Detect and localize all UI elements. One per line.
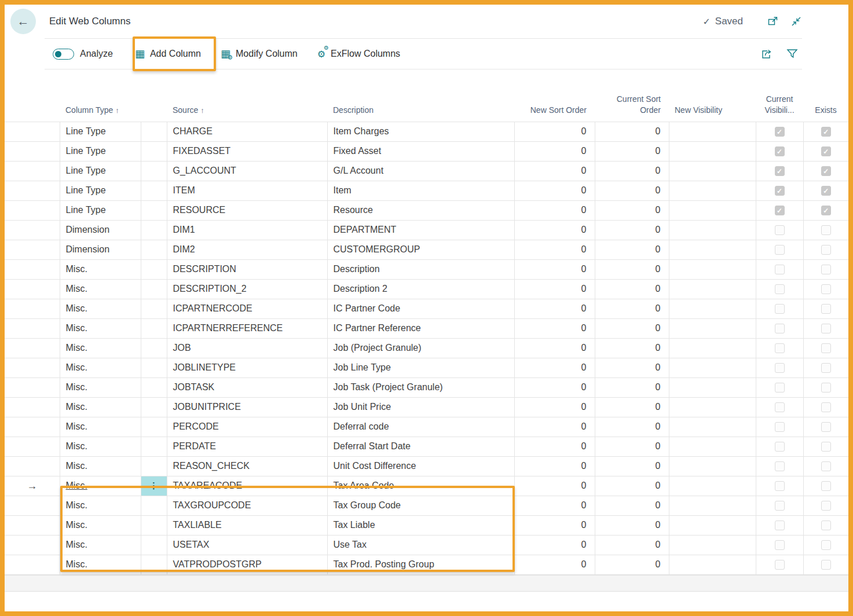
- collapse-icon[interactable]: [790, 16, 802, 27]
- current-visibility-checkbox[interactable]: [775, 422, 785, 432]
- exists-checkbox[interactable]: [821, 481, 831, 491]
- current-visibility-checkbox[interactable]: [775, 481, 785, 491]
- description-cell[interactable]: Deferral Start Date: [327, 437, 514, 456]
- new-sort-order-cell[interactable]: 0: [514, 318, 595, 338]
- source-cell[interactable]: DIM1: [167, 220, 327, 240]
- row-menu-cell[interactable]: ⋮: [141, 397, 167, 417]
- new-visibility-cell[interactable]: [669, 535, 756, 555]
- current-sort-order-cell[interactable]: 0: [595, 555, 669, 574]
- current-sort-order-cell[interactable]: 0: [595, 515, 669, 535]
- new-sort-order-cell[interactable]: 0: [514, 259, 595, 279]
- row-menu-cell[interactable]: ⋮: [141, 240, 167, 259]
- current-sort-order-cell[interactable]: 0: [595, 181, 669, 200]
- row-menu-cell[interactable]: ⋮: [141, 161, 167, 181]
- row-selector-cell[interactable]: →: [5, 141, 60, 161]
- table-row[interactable]: → Misc. ⋮ JOBTASK Job Task (Project Gran…: [5, 377, 848, 397]
- new-visibility-cell[interactable]: [669, 397, 756, 417]
- column-type-cell[interactable]: Misc.: [60, 299, 141, 318]
- table-row[interactable]: → Misc. ⋮ VATPRODPOSTGRP Tax Prod. Posti…: [5, 555, 848, 574]
- row-menu-cell[interactable]: ⋮: [141, 437, 167, 456]
- new-visibility-cell[interactable]: [669, 240, 756, 259]
- new-visibility-cell[interactable]: [669, 181, 756, 200]
- current-visibility-checkbox[interactable]: [775, 166, 785, 176]
- source-cell[interactable]: JOBUNITPRICE: [167, 397, 327, 417]
- description-cell[interactable]: CUSTOMERGROUP: [327, 240, 514, 259]
- table-row[interactable]: → Misc. ⋮ TAXAREACODE Tax Area Code 0 0: [5, 476, 848, 496]
- column-type-header[interactable]: Column Type↑: [60, 69, 141, 122]
- new-visibility-cell[interactable]: [669, 279, 756, 299]
- share-icon[interactable]: [760, 47, 773, 60]
- current-sort-order-cell[interactable]: 0: [595, 200, 669, 220]
- row-menu-cell[interactable]: ⋮: [141, 299, 167, 318]
- new-visibility-cell[interactable]: [669, 122, 756, 141]
- description-cell[interactable]: Tax Prod. Posting Group: [327, 555, 514, 574]
- table-row[interactable]: → Misc. ⋮ ICPARTNERCODE IC Partner Code …: [5, 299, 848, 318]
- column-type-cell[interactable]: Misc.: [60, 496, 141, 515]
- row-selector-cell[interactable]: →: [5, 377, 60, 397]
- description-header[interactable]: Description: [327, 69, 514, 122]
- table-row[interactable]: → Misc. ⋮ USETAX Use Tax 0 0: [5, 535, 848, 555]
- current-sort-order-cell[interactable]: 0: [595, 476, 669, 496]
- source-cell[interactable]: ICPARTNERREFERENCE: [167, 318, 327, 338]
- exists-checkbox[interactable]: [821, 383, 831, 393]
- row-selector-cell[interactable]: →: [5, 338, 60, 358]
- exists-checkbox[interactable]: [821, 363, 831, 373]
- table-row[interactable]: → Dimension ⋮ DIM2 CUSTOMERGROUP 0 0: [5, 240, 848, 259]
- description-cell[interactable]: Fixed Asset: [327, 141, 514, 161]
- exists-checkbox[interactable]: [821, 402, 831, 412]
- current-visibility-checkbox[interactable]: [775, 402, 785, 412]
- current-visibility-checkbox[interactable]: [775, 363, 785, 373]
- row-selector-cell[interactable]: →: [5, 456, 60, 476]
- current-visibility-checkbox[interactable]: [775, 324, 785, 333]
- source-cell[interactable]: TAXGROUPCODE: [167, 496, 327, 515]
- filter-icon[interactable]: [786, 47, 799, 60]
- table-row[interactable]: → Line Type ⋮ G_LACCOUNT G/L Account 0 0: [5, 161, 848, 181]
- row-menu-cell[interactable]: ⋮: [141, 476, 167, 496]
- row-selector-cell[interactable]: →: [5, 259, 60, 279]
- current-visibility-checkbox[interactable]: [775, 186, 785, 196]
- new-visibility-cell[interactable]: [669, 476, 756, 496]
- row-selector-cell[interactable]: →: [5, 299, 60, 318]
- description-cell[interactable]: IC Partner Reference: [327, 318, 514, 338]
- column-type-cell[interactable]: Line Type: [60, 161, 141, 181]
- description-cell[interactable]: Description: [327, 259, 514, 279]
- new-visibility-cell[interactable]: [669, 338, 756, 358]
- new-visibility-cell[interactable]: [669, 358, 756, 377]
- exists-checkbox[interactable]: [821, 127, 831, 137]
- exists-checkbox[interactable]: [821, 324, 831, 333]
- row-menu-cell[interactable]: ⋮: [141, 200, 167, 220]
- current-sort-order-cell[interactable]: 0: [595, 496, 669, 515]
- description-cell[interactable]: G/L Account: [327, 161, 514, 181]
- description-cell[interactable]: Unit Cost Difference: [327, 456, 514, 476]
- column-type-cell[interactable]: Misc.: [60, 476, 141, 496]
- current-visibility-checkbox[interactable]: [775, 245, 785, 255]
- row-menu-cell[interactable]: ⋮: [141, 555, 167, 574]
- column-type-cell[interactable]: Misc.: [60, 318, 141, 338]
- new-sort-order-cell[interactable]: 0: [514, 141, 595, 161]
- new-visibility-cell[interactable]: [669, 515, 756, 535]
- row-menu-cell[interactable]: ⋮: [141, 496, 167, 515]
- column-type-cell[interactable]: Misc.: [60, 377, 141, 397]
- source-cell[interactable]: DESCRIPTION: [167, 259, 327, 279]
- current-sort-order-cell[interactable]: 0: [595, 299, 669, 318]
- row-selector-cell[interactable]: →: [5, 318, 60, 338]
- current-visibility-checkbox[interactable]: [775, 461, 785, 471]
- description-cell[interactable]: Job Task (Project Granule): [327, 377, 514, 397]
- new-visibility-cell[interactable]: [669, 200, 756, 220]
- table-row[interactable]: → Misc. ⋮ REASON_CHECK Unit Cost Differe…: [5, 456, 848, 476]
- row-selector-cell[interactable]: →: [5, 200, 60, 220]
- exists-checkbox[interactable]: [821, 520, 831, 530]
- current-visibility-checkbox[interactable]: [775, 127, 785, 137]
- row-menu-cell[interactable]: ⋮: [141, 318, 167, 338]
- table-row[interactable]: → Line Type ⋮ CHARGE Item Charges 0 0: [5, 122, 848, 141]
- source-cell[interactable]: RESOURCE: [167, 200, 327, 220]
- current-sort-order-cell[interactable]: 0: [595, 377, 669, 397]
- row-selector-cell[interactable]: →: [5, 358, 60, 377]
- row-selector-cell[interactable]: →: [5, 161, 60, 181]
- current-visibility-checkbox[interactable]: [775, 225, 785, 235]
- description-cell[interactable]: Job Line Type: [327, 358, 514, 377]
- source-cell[interactable]: ICPARTNERCODE: [167, 299, 327, 318]
- source-cell[interactable]: DESCRIPTION_2: [167, 279, 327, 299]
- description-cell[interactable]: Resource: [327, 200, 514, 220]
- column-type-cell[interactable]: Misc.: [60, 437, 141, 456]
